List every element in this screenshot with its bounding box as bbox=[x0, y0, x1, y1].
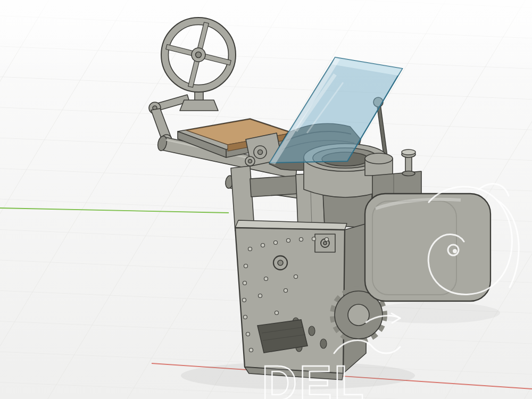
cad-viewport[interactable]: DEL bbox=[0, 0, 532, 399]
render-canvas: DEL bbox=[0, 0, 532, 399]
grid-fade bbox=[0, 0, 532, 74]
side-tank bbox=[365, 194, 491, 301]
side-dome bbox=[365, 153, 393, 176]
watermark-text: DEL bbox=[262, 356, 366, 399]
